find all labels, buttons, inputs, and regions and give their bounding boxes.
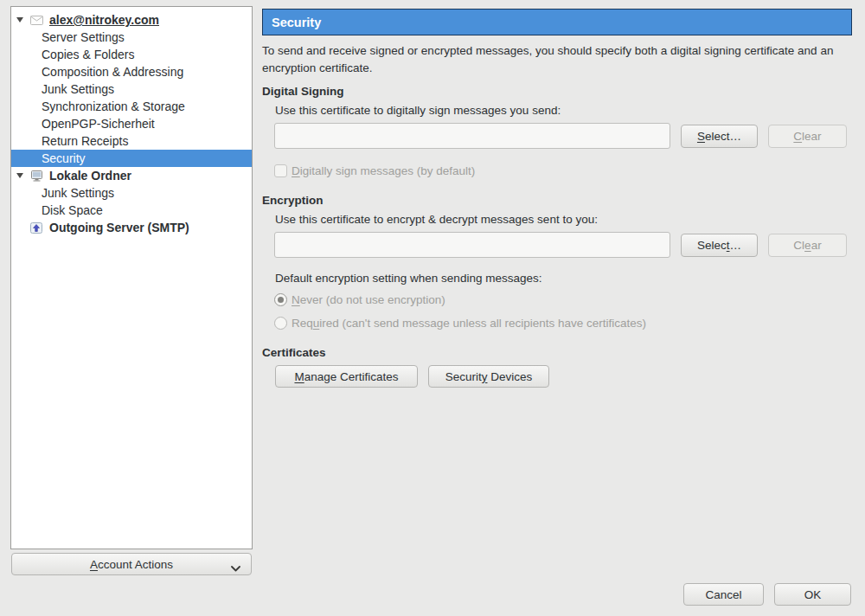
sidebar-item-local-folders[interactable]: Lokale Ordner — [11, 167, 252, 184]
sidebar-item-label: OpenPGP-Sicherheit — [42, 117, 155, 131]
sidebar-item-outgoing-server[interactable]: Outgoing Server (SMTP) — [11, 219, 252, 236]
cancel-button[interactable]: Cancel — [683, 583, 764, 606]
sidebar-item-label: alex@nitrokey.com — [49, 13, 159, 27]
encryption-select-button[interactable]: Select… — [681, 234, 758, 257]
sidebar-item-disk-space[interactable]: Disk Space — [11, 202, 252, 219]
encryption-cert-label: Use this certificate to encrypt & decryp… — [275, 213, 598, 226]
sidebar-item-label: Junk Settings — [42, 186, 114, 200]
account-settings-window: { "colors": { "accent_blue": "#4a90d9", … — [0, 0, 865, 616]
expander-triangle-icon[interactable] — [16, 17, 30, 22]
account-tree-panel: alex@nitrokey.com Server Settings Copies… — [10, 6, 253, 549]
sidebar-item-label: Outgoing Server (SMTP) — [49, 221, 189, 234]
sign-by-default-checkbox[interactable] — [274, 164, 287, 177]
account-actions-button[interactable]: Account Actions — [11, 553, 252, 575]
sidebar-item-openpgp[interactable]: OpenPGP-Sicherheit — [11, 115, 252, 132]
sidebar-item-label: Synchronization & Storage — [42, 99, 185, 113]
sidebar-item-composition-addressing[interactable]: Composition & Addressing — [11, 63, 252, 80]
sidebar-item-local-junk-settings[interactable]: Junk Settings — [11, 184, 252, 202]
radio-never[interactable] — [274, 293, 287, 306]
radio-required-row: Required (can't send message unless all … — [274, 317, 646, 330]
page-title: Security — [262, 9, 852, 35]
sidebar-item-copies-folders[interactable]: Copies & Folders — [11, 46, 252, 63]
sidebar-item-account[interactable]: alex@nitrokey.com — [11, 11, 252, 29]
signing-cert-label: Use this certificate to digitally sign m… — [275, 104, 561, 117]
sidebar-item-return-receipts[interactable]: Return Receipts — [11, 132, 252, 150]
sidebar-item-junk-settings[interactable]: Junk Settings — [11, 80, 252, 98]
sidebar-item-label: Junk Settings — [42, 82, 114, 96]
radio-required-label: Required (can't send message unless all … — [292, 317, 646, 330]
sidebar-item-label: Lokale Ordner — [49, 169, 131, 183]
digital-signing-heading: Digital Signing — [262, 85, 344, 98]
sidebar-item-label: Return Receipts — [42, 134, 128, 148]
sidebar-item-label: Server Settings — [42, 30, 125, 44]
ok-button[interactable]: OK — [774, 583, 851, 606]
computer-icon — [30, 170, 49, 182]
radio-never-row: Never (do not use encryption) — [274, 293, 445, 306]
encryption-clear-button[interactable]: Clear — [768, 234, 847, 257]
manage-certificates-button[interactable]: Manage Certificates — [275, 365, 418, 388]
signing-select-button[interactable]: Select… — [681, 125, 758, 148]
signing-cert-field[interactable] — [274, 123, 670, 149]
signing-clear-button[interactable]: Clear — [768, 125, 847, 148]
sidebar-item-label: Composition & Addressing — [42, 65, 183, 79]
expander-triangle-icon[interactable] — [16, 173, 30, 178]
encryption-heading: Encryption — [262, 194, 324, 207]
smtp-icon — [30, 222, 49, 234]
sign-by-default-checkbox-row: Digitally sign messages (by default) — [274, 164, 475, 177]
intro-text: To send and receive signed or encrypted … — [262, 42, 861, 77]
chevron-down-icon — [231, 561, 240, 574]
sidebar-item-server-settings[interactable]: Server Settings — [11, 29, 252, 46]
sidebar-item-label: Disk Space — [42, 203, 103, 217]
mail-icon — [30, 16, 49, 25]
radio-never-label: Never (do not use encryption) — [292, 293, 445, 306]
sidebar-item-synchronization-storage[interactable]: Synchronization & Storage — [11, 98, 252, 115]
default-encryption-label: Default encryption setting when sending … — [275, 272, 541, 285]
certificates-heading: Certificates — [262, 346, 326, 359]
account-actions-label: Account Actions — [90, 558, 173, 571]
radio-required[interactable] — [274, 317, 287, 330]
checkbox-label: Digitally sign messages (by default) — [292, 164, 475, 177]
sidebar-item-label: Security — [42, 151, 86, 165]
sidebar-item-security[interactable]: Security — [11, 150, 252, 167]
sidebar-item-label: Copies & Folders — [42, 48, 134, 61]
encryption-cert-field[interactable] — [274, 232, 670, 258]
security-devices-button[interactable]: Security Devices — [428, 365, 549, 388]
